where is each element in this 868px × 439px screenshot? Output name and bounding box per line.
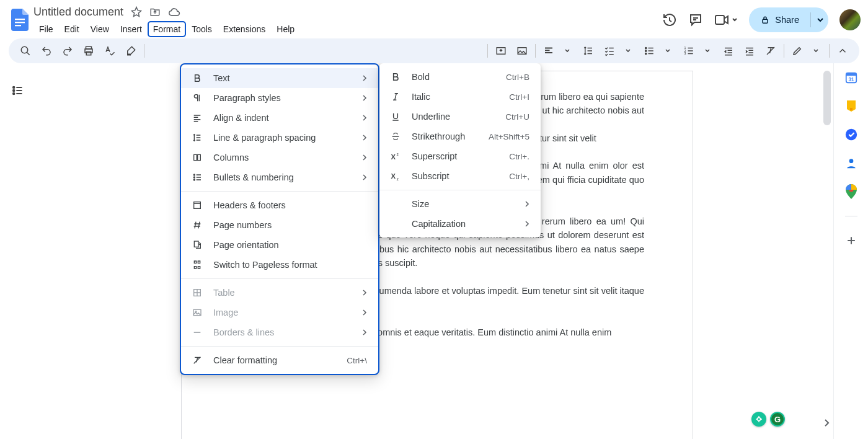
- menu-file[interactable]: File: [33, 21, 59, 37]
- checklist-icon[interactable]: [600, 42, 619, 60]
- chevron-down-icon[interactable]: [817, 16, 823, 24]
- bold-icon: [191, 73, 203, 83]
- format-menu-paragraph-styles[interactable]: Paragraph styles: [181, 88, 378, 108]
- docs-logo[interactable]: [7, 4, 32, 36]
- bulleted-dropdown-icon[interactable]: [658, 42, 677, 60]
- indent-increase-icon[interactable]: [740, 42, 759, 60]
- print-icon[interactable]: [79, 42, 98, 60]
- insert-image-icon[interactable]: [492, 42, 510, 60]
- format-menu-columns[interactable]: Columns: [181, 148, 378, 167]
- menu-item-label: Capitalization: [412, 219, 515, 229]
- text-submenu-strikethrough[interactable]: StrikethroughAlt+Shift+5: [379, 126, 541, 146]
- menu-insert[interactable]: Insert: [115, 21, 148, 37]
- spellcheck-icon[interactable]: [100, 42, 119, 60]
- text-submenu-underline[interactable]: UnderlineCtrl+U: [379, 107, 541, 126]
- side-panel-toggle-icon[interactable]: [820, 413, 833, 433]
- svg-point-20: [193, 174, 195, 175]
- tasks-icon[interactable]: [844, 128, 858, 141]
- headers-icon: [191, 200, 203, 210]
- menu-item-label: Clear formatting: [213, 355, 337, 365]
- align-dropdown-icon[interactable]: [558, 42, 577, 60]
- text-submenu-capitalization[interactable]: Capitalization: [379, 214, 541, 234]
- menu-extensions[interactable]: Extensions: [218, 21, 271, 37]
- shortcut-label: Ctrl+\: [347, 356, 367, 365]
- menu-item-label: Page orientation: [213, 240, 367, 250]
- bulleted-list-icon[interactable]: [640, 42, 658, 60]
- svg-point-5: [21, 47, 28, 53]
- checklist-dropdown-icon[interactable]: [619, 42, 637, 60]
- menu-tools[interactable]: Tools: [186, 21, 218, 37]
- svg-rect-23: [194, 202, 201, 209]
- grammarly-suggestion-icon[interactable]: [751, 412, 766, 427]
- format-menu-line-paragraph-spacing[interactable]: Line & paragraph spacing: [181, 128, 378, 148]
- svg-text:3: 3: [684, 51, 686, 55]
- submenu-caret-icon: [525, 220, 529, 228]
- meet-icon[interactable]: [714, 13, 738, 27]
- align-icon[interactable]: [539, 42, 558, 60]
- paint-format-icon[interactable]: [122, 42, 140, 60]
- maps-icon[interactable]: [844, 185, 858, 198]
- line-spacing-icon[interactable]: [579, 42, 598, 60]
- indent-decrease-icon[interactable]: [719, 42, 738, 60]
- text-submenu-superscript[interactable]: X2SuperscriptCtrl+.: [379, 146, 541, 166]
- submenu-caret-icon: [362, 329, 367, 336]
- menu-help[interactable]: Help: [271, 21, 300, 37]
- image-icon[interactable]: [513, 42, 531, 60]
- text-submenu-subscript[interactable]: X2SubscriptCtrl+,: [379, 166, 541, 186]
- menu-item-label: Superscript: [412, 151, 499, 161]
- svg-point-37: [845, 129, 856, 140]
- add-addon-icon[interactable]: [844, 234, 858, 247]
- format-menu-align-indent[interactable]: Align & indent: [181, 108, 378, 128]
- redo-icon[interactable]: [58, 42, 77, 60]
- svg-rect-4: [763, 19, 768, 23]
- text-submenu-size[interactable]: Size: [379, 194, 541, 214]
- contacts-icon[interactable]: [844, 156, 858, 170]
- text-submenu-italic[interactable]: ItalicCtrl+I: [379, 87, 541, 107]
- menu-edit[interactable]: Edit: [59, 21, 85, 37]
- shortcut-label: Ctrl+,: [509, 172, 529, 181]
- clear-format-icon[interactable]: [761, 42, 780, 60]
- collapse-toolbar-icon[interactable]: [833, 42, 852, 60]
- menu-format[interactable]: Format: [148, 21, 186, 37]
- format-menu-page-orientation[interactable]: Page orientation: [181, 235, 378, 255]
- format-menu-bullets-numbering[interactable]: Bullets & numbering: [181, 167, 378, 187]
- scrollbar[interactable]: [823, 71, 831, 430]
- editing-mode-dropdown-icon[interactable]: [807, 42, 825, 60]
- cloud-status-icon[interactable]: [168, 6, 180, 17]
- star-icon[interactable]: [131, 6, 142, 17]
- menu-item-label: Headers & footers: [213, 200, 367, 210]
- side-panel: 31: [833, 63, 868, 439]
- format-menu-page-numbers[interactable]: Page numbers: [181, 215, 378, 235]
- format-menu-clear-formatting[interactable]: Clear formattingCtrl+\: [181, 350, 378, 370]
- format-menu: TextParagraph stylesAlign & indentLine &…: [180, 63, 379, 375]
- numbered-dropdown-icon[interactable]: [698, 42, 717, 60]
- menu-view[interactable]: View: [85, 21, 115, 37]
- numbered-list-icon[interactable]: 123: [680, 42, 698, 60]
- format-menu-switch-to-pageless-format[interactable]: Switch to Pageless format: [181, 255, 378, 275]
- menu-item-label: Underline: [412, 112, 495, 122]
- editing-mode-icon[interactable]: [788, 42, 807, 60]
- shortcut-label: Alt+Shift+5: [489, 132, 529, 141]
- doc-title[interactable]: Untitled document: [33, 6, 123, 19]
- svg-rect-24: [194, 241, 198, 247]
- avatar[interactable]: [839, 9, 861, 30]
- menu-item-label: Bold: [412, 72, 496, 82]
- undo-icon[interactable]: [37, 42, 56, 60]
- shortcut-label: Ctrl+.: [509, 152, 529, 161]
- text-submenu-bold[interactable]: BoldCtrl+B: [379, 67, 541, 87]
- search-icon[interactable]: [16, 42, 35, 60]
- share-button[interactable]: Share: [749, 7, 828, 32]
- table-icon: [191, 288, 203, 298]
- outline-icon[interactable]: [7, 81, 27, 100]
- grammarly-icon[interactable]: G: [770, 412, 785, 427]
- bullets-icon: [191, 172, 203, 182]
- keep-icon[interactable]: [844, 99, 858, 113]
- svg-point-12: [645, 50, 647, 51]
- sup-icon: X2: [389, 151, 402, 161]
- format-menu-headers-footers[interactable]: Headers & footers: [181, 195, 378, 215]
- move-icon[interactable]: [149, 6, 161, 17]
- history-icon[interactable]: [662, 12, 677, 27]
- comments-icon[interactable]: [688, 12, 703, 27]
- format-menu-text[interactable]: Text: [181, 68, 378, 88]
- calendar-icon[interactable]: 31: [844, 71, 858, 84]
